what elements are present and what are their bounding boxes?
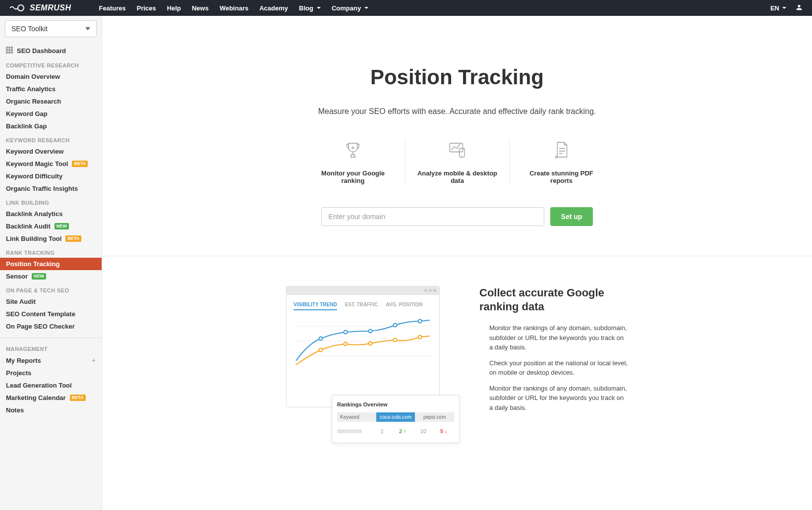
hero-subtitle: Measure your SEO efforts with ease. Accu… <box>112 107 802 116</box>
sidebar-item-sensor[interactable]: SensorNEW <box>0 270 102 283</box>
top-nav: Features Prices Help News Webinars Acade… <box>99 4 369 12</box>
user-icon[interactable] <box>795 3 803 13</box>
overview-title: Rankings Overview <box>337 401 454 407</box>
language-selector[interactable]: EN <box>770 4 786 12</box>
hero: Position Tracking Measure your SEO effor… <box>102 16 812 256</box>
sidebar-item-notes[interactable]: Notes <box>0 404 102 416</box>
col-domain-2[interactable]: pepsi.com <box>415 412 454 422</box>
new-badge: NEW <box>55 223 69 229</box>
svg-point-21 <box>319 348 323 352</box>
svg-rect-4 <box>6 49 8 51</box>
topbar: SEMRUSH Features Prices Help News Webina… <box>0 0 812 16</box>
nav-news[interactable]: News <box>192 4 209 12</box>
window-chrome-icon <box>286 286 440 295</box>
col-keyword: Keyword <box>337 412 376 422</box>
nav-blog[interactable]: Blog <box>299 4 321 12</box>
feature-monitor: Monitor your Google ranking <box>301 140 405 184</box>
sidebar-item-domain-overview[interactable]: Domain Overview <box>0 70 102 83</box>
promo-copy: Collect accurate Google ranking data Mon… <box>479 286 628 418</box>
brand-logo[interactable]: SEMRUSH <box>9 3 71 12</box>
sidebar-item-my-reports[interactable]: My Reports+ <box>0 354 102 367</box>
svg-rect-10 <box>450 143 463 152</box>
beta-badge: BETA <box>70 395 86 401</box>
feature-reports: Create stunning PDF reports <box>509 140 613 184</box>
promo-p2: Check your position at the national or l… <box>479 358 628 378</box>
svg-point-23 <box>369 342 372 345</box>
sidebar-item-site-audit[interactable]: Site Audit <box>0 295 102 308</box>
nav-company[interactable]: Company <box>332 4 368 12</box>
sidebar-item-seo-content-template[interactable]: SEO Content Template <box>0 308 102 320</box>
nav-academy[interactable]: Academy <box>259 4 288 12</box>
nav-help[interactable]: Help <box>167 4 181 12</box>
chevron-down-icon <box>782 7 786 9</box>
chart-preview: VISIBILITY TREND EST. TRAFFIC AVG. POSIT… <box>286 286 440 418</box>
nav-features[interactable]: Features <box>99 4 126 12</box>
sidebar-item-backlink-audit[interactable]: Backlink AuditNEW <box>0 220 102 232</box>
sidebar-item-keyword-overview[interactable]: Keyword Overview <box>0 145 102 158</box>
col-domain-1[interactable]: coca-cola.com <box>376 412 415 422</box>
svg-point-22 <box>344 342 348 346</box>
section-label: LINK BUILDING <box>0 195 102 208</box>
tab-traffic[interactable]: EST. TRAFFIC <box>345 302 378 310</box>
sidebar-item-position-tracking[interactable]: Position Tracking <box>0 258 102 270</box>
tab-avg-position[interactable]: AVG. POSITION <box>386 302 422 310</box>
table-row: 1 2 10 5 <box>337 426 454 437</box>
devices-icon <box>447 140 468 161</box>
sidebar-item-marketing-calendar[interactable]: Marketing CalendarBETA <box>0 392 102 404</box>
sidebar-item-backlink-gap[interactable]: Backlink Gap <box>0 120 102 132</box>
sidebar-item-on-page-seo-checker[interactable]: On Page SEO Checker <box>0 320 102 333</box>
sidebar-item-keyword-magic-tool[interactable]: Keyword Magic ToolBETA <box>0 158 102 170</box>
svg-rect-2 <box>8 47 10 49</box>
sidebar-item-traffic-analytics[interactable]: Traffic Analytics <box>0 83 102 95</box>
section-label: ON PAGE & TECH SEO <box>0 283 102 295</box>
chevron-down-icon <box>364 7 368 9</box>
new-badge: NEW <box>32 273 46 280</box>
domain-input[interactable] <box>321 207 544 226</box>
sidebar: SEO Toolkit SEO Dashboard COMPETITIVE RE… <box>0 16 102 510</box>
svg-rect-9 <box>11 52 13 54</box>
sidebar-item-dashboard[interactable]: SEO Dashboard <box>0 44 102 57</box>
nav-webinars[interactable]: Webinars <box>220 4 248 12</box>
line-chart-icon <box>293 316 432 366</box>
sidebar-item-keyword-gap[interactable]: Keyword Gap <box>0 108 102 120</box>
svg-point-20 <box>418 320 422 323</box>
promo-p1: Monitor the rankings of any domain, subd… <box>479 323 628 352</box>
document-icon <box>551 140 572 161</box>
svg-point-12 <box>461 156 462 157</box>
sidebar-item-organic-research[interactable]: Organic Research <box>0 95 102 108</box>
promo-heading: Collect accurate Google ranking data <box>479 286 628 313</box>
svg-rect-1 <box>6 47 8 49</box>
sidebar-item-backlink-analytics[interactable]: Backlink Analytics <box>0 208 102 220</box>
chevron-down-icon <box>317 7 321 9</box>
tab-visibility[interactable]: VISIBILITY TREND <box>293 302 337 310</box>
section-label: COMPETITIVE RESEARCH <box>0 57 102 70</box>
chevron-down-icon <box>85 27 90 30</box>
svg-point-19 <box>394 324 397 327</box>
section-management: MANAGEMENT <box>0 341 102 354</box>
sidebar-item-link-building-tool[interactable]: Link Building ToolBETA <box>0 232 102 245</box>
sidebar-item-lead-generation-tool[interactable]: Lead Generation Tool <box>0 379 102 392</box>
svg-rect-3 <box>11 47 13 49</box>
svg-point-24 <box>394 339 397 342</box>
nav-prices[interactable]: Prices <box>137 4 156 12</box>
plus-icon[interactable]: + <box>92 356 96 364</box>
svg-rect-7 <box>6 52 8 54</box>
feature-analyze: Analyze mobile & desktop data <box>405 140 509 184</box>
section-label: RANK TRACKING <box>0 245 102 258</box>
section-label: KEYWORD RESEARCH <box>0 132 102 145</box>
sidebar-item-organic-traffic-insights[interactable]: Organic Traffic Insights <box>0 182 102 195</box>
svg-point-16 <box>319 337 323 340</box>
sidebar-item-projects[interactable]: Projects <box>0 367 102 379</box>
chart-tabs: VISIBILITY TREND EST. TRAFFIC AVG. POSIT… <box>293 302 432 310</box>
beta-badge: BETA <box>65 235 81 242</box>
page-title: Position Tracking <box>112 65 802 89</box>
svg-rect-8 <box>8 52 10 54</box>
setup-button[interactable]: Set up <box>550 207 593 226</box>
sidebar-item-keyword-difficulty[interactable]: Keyword Difficulty <box>0 170 102 182</box>
toolkit-select[interactable]: SEO Toolkit <box>5 20 97 37</box>
promo-section: VISIBILITY TREND EST. TRAFFIC AVG. POSIT… <box>102 256 812 438</box>
svg-rect-6 <box>11 49 13 51</box>
svg-point-17 <box>344 331 348 334</box>
svg-point-25 <box>418 336 422 339</box>
promo-p3: Monitor the rankings of any domain, subd… <box>479 384 628 413</box>
